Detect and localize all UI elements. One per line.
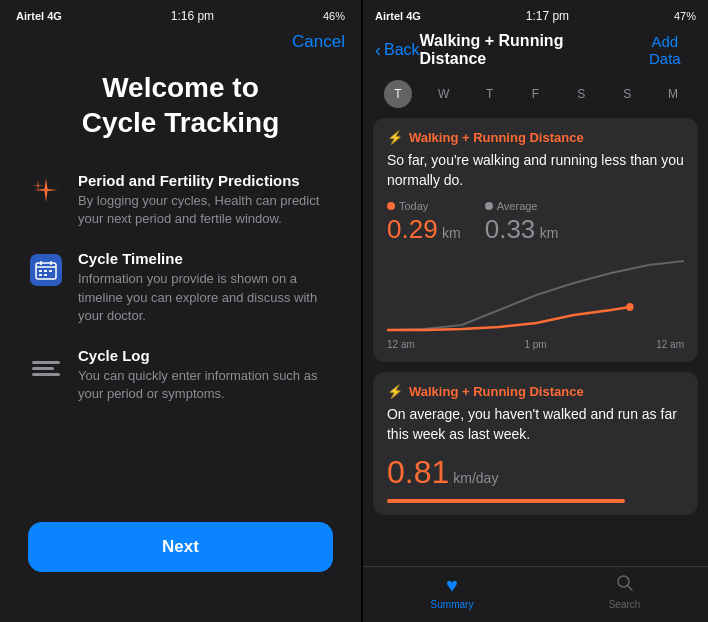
- svg-rect-4: [39, 270, 42, 272]
- card-walking-distance-1: ⚡ Walking + Running Distance So far, you…: [373, 118, 698, 362]
- next-button-container: Next: [28, 512, 333, 602]
- add-data-button[interactable]: Add Data: [634, 33, 696, 67]
- left-status-bar: Airtel 4G 1:16 pm 46%: [0, 0, 361, 28]
- average-dot: [485, 202, 493, 210]
- feature-item-log: Cycle Log You can quickly enter informat…: [28, 347, 333, 403]
- chart-labels: 12 am 1 pm 12 am: [387, 339, 684, 350]
- day-tab-m[interactable]: M: [659, 80, 687, 108]
- feature-title-fertility: Period and Fertility Predictions: [78, 172, 333, 189]
- left-battery: 46%: [323, 10, 345, 22]
- next-button[interactable]: Next: [28, 522, 333, 572]
- card2-unit: km/day: [453, 470, 498, 486]
- tab-summary[interactable]: ♥ Summary: [431, 574, 474, 610]
- cancel-button[interactable]: Cancel: [292, 32, 345, 52]
- day-tab-t2[interactable]: T: [476, 80, 504, 108]
- svg-line-12: [628, 586, 632, 590]
- average-value: 0.33: [485, 214, 536, 244]
- left-content: Welcome toCycle Tracking Period and Fert…: [0, 60, 361, 622]
- average-label: Average: [497, 200, 538, 212]
- day-tab-t1[interactable]: T: [384, 80, 412, 108]
- chart-label-start: 12 am: [387, 339, 415, 350]
- card-walking-distance-2: ⚡ Walking + Running Distance On average,…: [373, 372, 698, 515]
- left-time: 1:16 pm: [171, 9, 214, 23]
- card2-title: Walking + Running Distance: [409, 384, 584, 399]
- average-metric: Average 0.33 km: [485, 200, 559, 245]
- chart-label-end: 12 am: [656, 339, 684, 350]
- day-tabs: T W T F S S M: [363, 76, 708, 114]
- card1-description: So far, you're walking and running less …: [387, 151, 684, 190]
- left-panel: Airtel 4G 1:16 pm 46% Cancel Welcome toC…: [0, 0, 361, 622]
- tab-search[interactable]: Search: [609, 574, 641, 610]
- bottom-tab-bar: ♥ Summary Search: [363, 566, 708, 622]
- today-value: 0.29: [387, 214, 438, 244]
- right-panel: Airtel 4G 1:17 pm 47% ‹ Back Walking + R…: [363, 0, 708, 622]
- day-tab-s1[interactable]: S: [567, 80, 595, 108]
- welcome-title: Welcome toCycle Tracking: [28, 70, 333, 140]
- back-chevron-icon: ‹: [375, 40, 381, 61]
- card1-metrics: Today 0.29 km Average 0.33 km: [387, 200, 684, 245]
- card2-bar: [387, 499, 625, 503]
- svg-point-11: [618, 576, 629, 587]
- svg-rect-6: [49, 270, 52, 272]
- card2-lightning-icon: ⚡: [387, 384, 403, 399]
- feature-title-log: Cycle Log: [78, 347, 333, 364]
- search-label: Search: [609, 599, 641, 610]
- chart-svg: [387, 255, 684, 335]
- card2-header: ⚡ Walking + Running Distance: [387, 384, 684, 399]
- search-icon: [616, 574, 634, 597]
- chart-label-mid: 1 pm: [524, 339, 546, 350]
- card2-value: 0.81: [387, 454, 449, 491]
- calendar-icon: [28, 252, 64, 288]
- chart-area: [387, 255, 684, 335]
- back-label: Back: [384, 41, 420, 59]
- today-dot: [387, 202, 395, 210]
- right-time: 1:17 pm: [526, 9, 569, 23]
- lines-icon: [28, 349, 64, 385]
- nav-title: Walking + Running Distance: [420, 32, 634, 68]
- today-unit: km: [442, 225, 461, 241]
- card2-description: On average, you haven't walked and run a…: [387, 405, 684, 444]
- back-button[interactable]: ‹ Back: [375, 40, 420, 61]
- average-unit: km: [540, 225, 559, 241]
- day-tab-w[interactable]: W: [430, 80, 458, 108]
- left-carrier: Airtel 4G: [16, 10, 62, 22]
- summary-label: Summary: [431, 599, 474, 610]
- svg-rect-8: [44, 274, 47, 276]
- feature-title-timeline: Cycle Timeline: [78, 250, 333, 267]
- card1-title: Walking + Running Distance: [409, 130, 584, 145]
- feature-desc-fertility: By logging your cycles, Health can predi…: [78, 192, 333, 228]
- feature-item-fertility: Period and Fertility Predictions By logg…: [28, 172, 333, 228]
- card1-lightning-icon: ⚡: [387, 130, 403, 145]
- svg-point-10: [626, 303, 633, 311]
- feature-text-fertility: Period and Fertility Predictions By logg…: [78, 172, 333, 228]
- day-tab-s2[interactable]: S: [613, 80, 641, 108]
- card1-header: ⚡ Walking + Running Distance: [387, 130, 684, 145]
- right-battery: 47%: [674, 10, 696, 22]
- right-nav: ‹ Back Walking + Running Distance Add Da…: [363, 28, 708, 76]
- sparkle-icon: [28, 174, 64, 210]
- day-tab-f[interactable]: F: [521, 80, 549, 108]
- summary-icon: ♥: [446, 574, 458, 597]
- feature-text-log: Cycle Log You can quickly enter informat…: [78, 347, 333, 403]
- feature-desc-timeline: Information you provide is shown on a ti…: [78, 270, 333, 325]
- today-metric: Today 0.29 km: [387, 200, 461, 245]
- feature-list: Period and Fertility Predictions By logg…: [28, 172, 333, 512]
- feature-item-timeline: Cycle Timeline Information you provide i…: [28, 250, 333, 325]
- right-scroll: ⚡ Walking + Running Distance So far, you…: [363, 114, 708, 566]
- card2-value-row: 0.81 km/day: [387, 454, 684, 491]
- feature-text-timeline: Cycle Timeline Information you provide i…: [78, 250, 333, 325]
- svg-rect-7: [39, 274, 42, 276]
- today-label: Today: [399, 200, 428, 212]
- left-header: Cancel: [0, 28, 361, 60]
- feature-desc-log: You can quickly enter information such a…: [78, 367, 333, 403]
- svg-rect-5: [44, 270, 47, 272]
- right-status-bar: Airtel 4G 1:17 pm 47%: [363, 0, 708, 28]
- right-carrier: Airtel 4G: [375, 10, 421, 22]
